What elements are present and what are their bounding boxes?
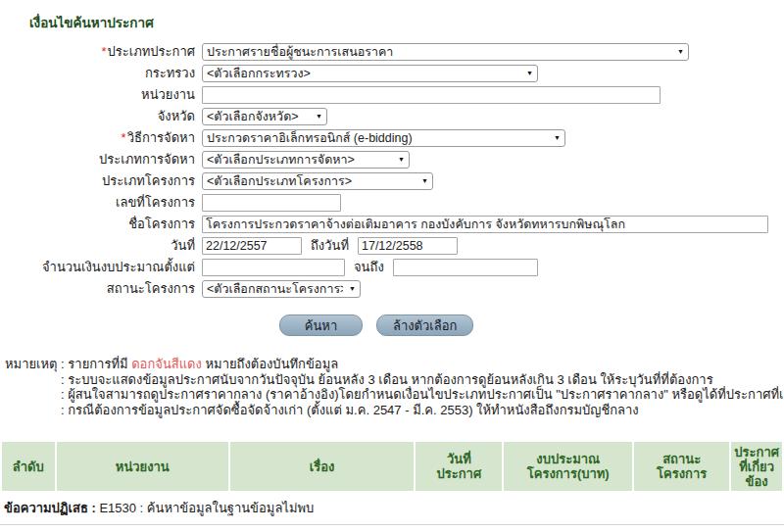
chevron-down-icon: ▼ <box>554 134 561 141</box>
project-type-select[interactable]: <ตัวเลือกประเภทโครงการ> ▼ <box>202 172 433 190</box>
col-header-announce-date: วันที่ ประกาศ <box>416 442 502 491</box>
province-select[interactable]: <ตัวเลือกจังหวัด> ▼ <box>202 108 327 125</box>
budget-from-input[interactable] <box>202 259 345 276</box>
chevron-down-icon: ▼ <box>677 48 684 55</box>
procure-method-label: *วิธีการจัดหา <box>0 127 202 148</box>
error-text: E1530 : ค้นหาข้อมูลในฐานข้อมูลไม่พบ <box>99 501 314 515</box>
form-row-announce-type: *ประเภทประกาศ ประกาศรายชื่อผู้ชนะการเสนอ… <box>0 43 784 60</box>
form-row-date: วันที่ ถึงวันที่ <box>0 237 784 254</box>
project-status-value: <ตัวเลือกสถานะโครงการ> <box>207 279 343 299</box>
chevron-down-icon: ▼ <box>526 70 533 76</box>
procure-method-select[interactable]: ประกวดราคาอิเล็กทรอนิกส์ (e-bidding) ▼ <box>202 129 565 147</box>
form-row-project-status: สถานะโครงการ <ตัวเลือกสถานะโครงการ> ▼ <box>0 280 784 297</box>
project-type-value: <ตัวเลือกประเภทโครงการ> <box>207 171 352 191</box>
date-to-label: ถึงวันที่ <box>311 235 349 256</box>
col-header-subject: เรื่อง <box>230 442 414 491</box>
form-row-project-name: ชื่อโครงการ <box>0 216 784 232</box>
col-header-status: สถานะ โครงการ <box>634 442 729 491</box>
announce-type-select[interactable]: ประกาศรายชื่อผู้ชนะการเสนอราคา ▼ <box>202 43 689 61</box>
project-status-select[interactable]: <ตัวเลือกสถานะโครงการ> ▼ <box>202 280 361 298</box>
required-asterisk: * <box>122 130 126 145</box>
agency-label: หน่วยงาน <box>0 84 202 105</box>
date-from-input[interactable] <box>202 237 302 255</box>
province-value: <ตัวเลือกจังหวัด> <box>207 107 299 126</box>
egp-search-page: เงื่อนไขค้นหาประกาศ *ประเภทประกาศ ประกาศ… <box>0 12 784 532</box>
form-row-procure-type: ประเภทการจัดหา <ตัวเลือกประเภทการจัดหา> … <box>0 151 784 168</box>
chevron-down-icon: ▼ <box>398 156 405 163</box>
province-label: จังหวัด <box>0 106 202 126</box>
project-name-label: ชื่อโครงการ <box>0 214 202 234</box>
note-line-1: หมายเหตุ : รายการที่มี ดอกจันสีแดง หมายถ… <box>5 357 784 372</box>
results-header-row: ลำดับ หน่วยงาน เรื่อง วันที่ ประกาศ งบปร… <box>2 442 782 491</box>
note-line-4: : กรณีต้องการข้อมูลประกาศจัดซื้อจัดจ้างเ… <box>5 403 784 418</box>
date-from-label: วันที่ <box>0 235 202 256</box>
date-to-input[interactable] <box>358 237 458 255</box>
search-form: *ประเภทประกาศ ประกาศรายชื่อผู้ชนะการเสนอ… <box>0 43 784 297</box>
clear-button[interactable]: ล้างตัวเลือก <box>376 314 473 336</box>
form-row-budget: จำนวนเงินงบประมาณตั้งแต่ จนถึง <box>0 259 784 275</box>
procure-type-value: <ตัวเลือกประเภทการจัดหา> <box>207 150 355 169</box>
form-row-project-no: เลขที่โครงการ <box>0 194 784 211</box>
ministry-select[interactable]: <ตัวเลือกกระทรวง> ▼ <box>202 65 538 82</box>
form-row-project-type: ประเภทโครงการ <ตัวเลือกประเภทโครงการ> ▼ <box>0 172 784 189</box>
budget-to-label: จนถึง <box>354 257 384 277</box>
project-status-label: สถานะโครงการ <box>0 278 202 299</box>
chevron-down-icon: ▼ <box>421 177 428 184</box>
col-header-budget: งบประมาณ โครงการ(บาท) <box>504 442 632 491</box>
procure-type-select[interactable]: <ตัวเลือกประเภทการจัดหา> ▼ <box>202 151 410 169</box>
chevron-down-icon: ▼ <box>316 113 322 120</box>
results-table: ลำดับ หน่วยงาน เรื่อง วันที่ ประกาศ งบปร… <box>0 440 784 493</box>
required-asterisk: * <box>101 44 106 59</box>
form-row-province: จังหวัด <ตัวเลือกจังหวัด> ▼ <box>0 108 784 124</box>
page-title: เงื่อนไขค้นหาประกาศ <box>29 12 784 33</box>
procure-type-label: ประเภทการจัดหา <box>0 149 202 169</box>
form-row-agency: หน่วยงาน <box>0 86 784 103</box>
search-button[interactable]: ค้นหา <box>279 314 363 336</box>
form-row-procure-method: *วิธีการจัดหา ประกวดราคาอิเล็กทรอนิกส์ (… <box>0 129 784 146</box>
project-no-label: เลขที่โครงการ <box>0 192 202 213</box>
announce-type-label: *ประเภทประกาศ <box>0 41 202 62</box>
budget-to-input[interactable] <box>393 259 538 276</box>
project-name-input[interactable] <box>202 216 768 233</box>
form-row-ministry: กระทรวง <ตัวเลือกกระทรวง> ▼ <box>0 65 784 81</box>
chevron-down-icon: ▼ <box>349 285 356 292</box>
notes-block: หมายเหตุ : รายการที่มี ดอกจันสีแดง หมายถ… <box>5 357 784 417</box>
col-header-index: ลำดับ <box>2 442 55 491</box>
procure-method-value: ประกวดราคาอิเล็กทรอนิกส์ (e-bidding) <box>207 128 413 148</box>
form-buttons: ค้นหา ล้างตัวเลือก <box>279 314 784 336</box>
project-no-input[interactable] <box>202 194 341 212</box>
budget-from-label: จำนวนเงินงบประมาณตั้งแต่ <box>0 257 202 277</box>
red-asterisk-note: ดอกจันสีแดง <box>131 357 202 371</box>
note-line-3: : ผู้สนใจสามารถดูประกาศราคากลาง (ราคาอ้า… <box>5 387 784 403</box>
announce-type-value: ประกาศรายชื่อผู้ชนะการเสนอราคา <box>207 42 393 62</box>
note-line-2: : ระบบจะแสดงข้อมูลประกาศนับจากวันปัจจุบั… <box>5 372 784 388</box>
col-header-related: ประกาศ ที่เกี่ยว ข้อง <box>731 442 782 491</box>
project-type-label: ประเภทโครงการ <box>0 170 202 191</box>
ministry-label: กระทรวง <box>0 63 202 83</box>
error-message-row: ข้อความปฏิเสธ : E1530 : ค้นหาข้อมูลในฐาน… <box>0 493 784 525</box>
agency-input[interactable] <box>202 86 661 104</box>
col-header-agency: หน่วยงาน <box>57 442 228 491</box>
error-label: ข้อความปฏิเสธ : <box>4 501 96 515</box>
ministry-value: <ตัวเลือกกระทรวง> <box>207 64 311 83</box>
